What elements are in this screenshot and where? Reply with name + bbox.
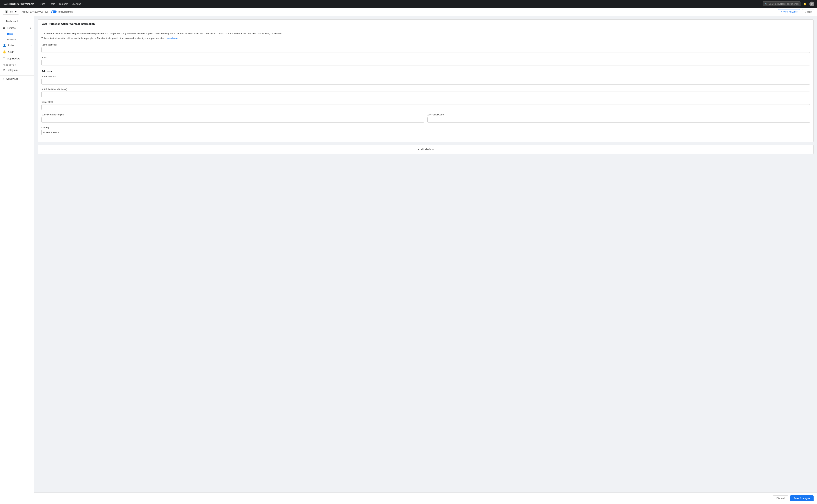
brand-name: FACEBOOK	[3, 3, 17, 5]
nav-tools[interactable]: Tools	[49, 3, 55, 5]
analytics-icon: ↗	[780, 10, 782, 13]
instagram-icon: ◎	[3, 68, 5, 72]
apt-input[interactable]	[41, 92, 810, 97]
help-icon: ?	[805, 10, 806, 13]
discard-button[interactable]: Discard	[773, 495, 788, 501]
nav-support[interactable]: Support	[59, 3, 68, 5]
city-label: City/District	[41, 101, 810, 103]
state-zip-row: State/Province/Region ZIP/Postal Code	[41, 113, 810, 126]
sidebar-item-instagram[interactable]: ◎ Instagram ›	[0, 67, 34, 73]
bottom-actions: Discard Save Changes	[34, 492, 817, 504]
roles-chevron: ›	[31, 44, 31, 46]
help-label: Help	[807, 10, 812, 13]
street-form-group: Street Address	[41, 75, 810, 85]
save-changes-button[interactable]: Save Changes	[790, 495, 814, 501]
view-analytics-label: View Analytics	[783, 10, 798, 13]
zip-label: ZIP/Postal Code	[427, 113, 810, 116]
city-input[interactable]	[41, 104, 810, 110]
gdpr-description: The General Data Protection Regulation (…	[41, 32, 810, 40]
notification-icon[interactable]: 🔔	[803, 2, 807, 5]
app-selector-chevron: ▼	[15, 10, 17, 13]
view-analytics-button[interactable]: ↗ View Analytics	[778, 9, 800, 14]
instagram-chevron: ›	[31, 69, 31, 71]
products-label: PRODUCTS	[3, 64, 14, 66]
alerts-chevron: ›	[31, 51, 31, 53]
dev-toggle-switch[interactable]	[51, 10, 57, 13]
help-button[interactable]: ? Help	[802, 9, 814, 14]
sidebar-item-advanced[interactable]: Advanced	[0, 37, 34, 42]
street-label: Street Address	[41, 75, 810, 78]
sidebar-label-settings: Settings	[7, 27, 16, 29]
app-icon: 📱	[5, 10, 8, 13]
app-bar-right: ↗ View Analytics ? Help	[778, 9, 814, 14]
country-form-group: Country United States ▼	[41, 126, 810, 135]
state-input[interactable]	[41, 117, 424, 123]
brand-subtitle: for Developers	[17, 3, 34, 5]
country-chevron: ▼	[58, 131, 60, 133]
gdpr-text-2-content: This contact information will be availab…	[41, 37, 164, 40]
name-form-group: Name (optional)	[41, 43, 810, 53]
email-form-group: Email	[41, 56, 810, 65]
nav-myapps[interactable]: My Apps	[72, 3, 81, 5]
sidebar-label-alerts: Alerts	[8, 51, 14, 53]
app-id-value: 274628007307826	[30, 10, 48, 13]
card-header: Data Protection Officer Contact Informat…	[38, 20, 813, 28]
app-review-chevron: ›	[31, 58, 31, 60]
sidebar-label-activity-log: Activity Log	[6, 77, 18, 80]
app-bar: 📱 Test ▼ App ID: 274628007307826 In deve…	[0, 8, 817, 16]
products-section-label: PRODUCTS +	[0, 62, 34, 67]
section-title: Data Protection Officer Contact Informat…	[41, 22, 95, 25]
nav-links: Docs Tools Support My Apps	[40, 3, 81, 5]
main-content: Data Protection Officer Contact Informat…	[34, 16, 817, 504]
country-select[interactable]: United States ▼	[41, 130, 810, 135]
add-platform-button[interactable]: + Add Platform	[38, 145, 814, 154]
sidebar-item-dashboard[interactable]: ⌂ Dashboard	[0, 18, 34, 25]
app-review-icon: 🛡	[3, 57, 5, 60]
sidebar-label-dashboard: Dashboard	[6, 20, 18, 23]
sidebar-item-settings[interactable]: ⚙ Settings ▼	[0, 25, 34, 31]
sidebar-item-alerts[interactable]: 🔔 Alerts ›	[0, 49, 34, 55]
app-id: App ID: 274628007307826	[22, 10, 48, 13]
gdpr-text-1: The General Data Protection Regulation (…	[41, 32, 810, 35]
name-input[interactable]	[41, 47, 810, 53]
sidebar-label-basic: Basic	[7, 33, 13, 35]
avatar[interactable]: U	[809, 2, 814, 6]
address-section: Address Street Address Apt/Suite/Other (…	[41, 70, 810, 135]
main-layout: ⌂ Dashboard ⚙ Settings ▼ Basic Advanced …	[0, 16, 817, 504]
roles-icon: 👤	[3, 44, 6, 47]
search-bar[interactable]: 🔍	[763, 1, 801, 6]
sidebar-item-app-review[interactable]: 🛡 App Review ›	[0, 55, 34, 62]
sidebar-item-activity-log[interactable]: ≡ Activity Log	[0, 76, 34, 82]
gdpr-learn-more-link[interactable]: Learn More.	[166, 37, 178, 40]
activity-log-icon: ≡	[3, 77, 4, 80]
apt-label: Apt/Suite/Other (Optional)	[41, 88, 810, 91]
data-protection-card: Data Protection Officer Contact Informat…	[38, 19, 814, 142]
street-input[interactable]	[41, 79, 810, 85]
nav-docs[interactable]: Docs	[40, 3, 45, 5]
search-input[interactable]	[769, 3, 799, 5]
zip-input[interactable]	[427, 117, 810, 123]
dev-status-label: In development	[58, 10, 73, 13]
search-icon: 🔍	[765, 3, 767, 5]
card-body: The General Data Protection Regulation (…	[38, 28, 813, 142]
sidebar-label-instagram: Instagram	[7, 69, 18, 71]
brand-logo: FACEBOOK for Developers	[3, 2, 34, 5]
email-label: Email	[41, 56, 810, 59]
apt-form-group: Apt/Suite/Other (Optional)	[41, 88, 810, 97]
sidebar-item-roles[interactable]: 👤 Roles ›	[0, 42, 34, 49]
settings-chevron: ▼	[30, 27, 31, 29]
city-form-group: City/District	[41, 101, 810, 110]
gdpr-text-2: This contact information will be availab…	[41, 36, 810, 40]
sidebar-item-basic[interactable]: Basic	[0, 31, 34, 37]
email-input[interactable]	[41, 60, 810, 65]
sidebar-label-advanced: Advanced	[7, 38, 17, 41]
app-name: Test	[9, 10, 13, 13]
nav-right: 🔍 🔔 U	[763, 1, 814, 6]
name-label: Name (optional)	[41, 43, 810, 46]
alerts-icon: 🔔	[3, 50, 6, 54]
state-label: State/Province/Region	[41, 113, 424, 116]
app-selector[interactable]: 📱 Test ▼	[3, 9, 19, 15]
address-title: Address	[41, 70, 810, 72]
products-add-icon[interactable]: +	[15, 64, 16, 66]
sidebar: ⌂ Dashboard ⚙ Settings ▼ Basic Advanced …	[0, 16, 34, 504]
